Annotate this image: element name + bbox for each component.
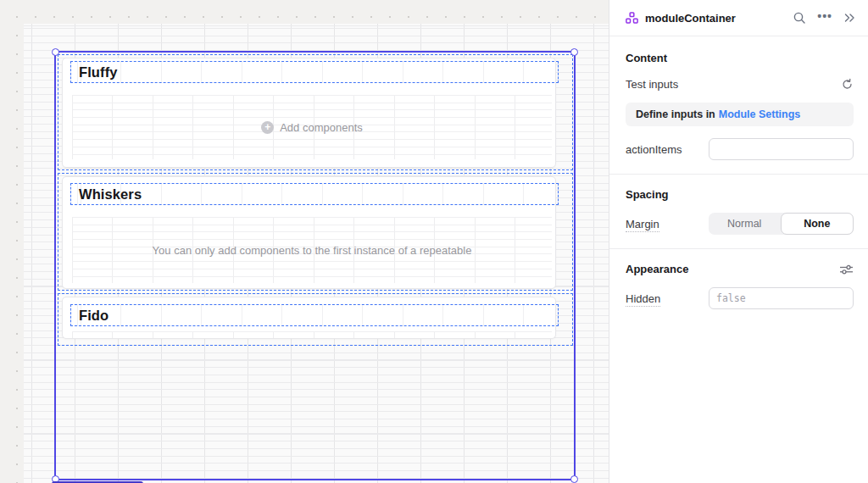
appearance-settings-icon[interactable] xyxy=(839,264,854,275)
collapse-panel-icon[interactable] xyxy=(843,13,855,23)
app-stage: + Add components You can only add compon… xyxy=(0,0,868,483)
module-settings-link[interactable]: Module Settings xyxy=(719,108,801,120)
hidden-label: Hidden xyxy=(626,292,709,305)
add-components-button[interactable]: + Add components xyxy=(261,121,363,134)
section-divider xyxy=(609,174,868,175)
action-items-input[interactable] xyxy=(709,138,854,160)
hidden-input[interactable] xyxy=(709,287,854,309)
action-items-row: actionItems xyxy=(626,138,854,160)
inspector-panel: moduleContainer ••• Content Test inputs xyxy=(609,0,868,483)
define-inputs-text: Define inputs in xyxy=(636,108,715,120)
instance-1-dropzone[interactable]: + Add components xyxy=(72,95,552,159)
margin-row: Margin Normal None xyxy=(626,213,854,235)
more-options-icon[interactable]: ••• xyxy=(817,10,832,22)
title-text: Fluffy xyxy=(79,64,118,80)
add-components-label: Add components xyxy=(280,121,363,134)
section-heading-spacing: Spacing xyxy=(626,188,854,201)
margin-segmented-control: Normal None xyxy=(709,213,854,235)
module-editor-canvas[interactable]: + Add components You can only add compon… xyxy=(24,24,609,483)
title-text: Fido xyxy=(79,308,108,324)
title-component-fido[interactable]: Fido xyxy=(70,304,559,326)
plus-circle-icon: + xyxy=(261,121,274,134)
instance-2-dropzone: You can only add components to the first… xyxy=(72,217,552,283)
section-heading-content: Content xyxy=(626,52,854,64)
margin-label: Margin xyxy=(626,218,709,230)
hidden-row: Hidden xyxy=(626,287,854,309)
resize-handle-bottom-right[interactable] xyxy=(570,475,578,483)
margin-option-normal[interactable]: Normal xyxy=(709,213,781,235)
repeatable-info-message: You can only add components to the first… xyxy=(153,244,472,257)
title-component-whiskers[interactable]: Whiskers xyxy=(70,183,559,205)
inspector-header: moduleContainer ••• xyxy=(609,0,868,36)
inspector-title: moduleContainer xyxy=(645,12,736,25)
define-inputs-infobox: Define inputs in Module Settings xyxy=(626,103,854,126)
search-icon[interactable] xyxy=(793,11,806,25)
test-inputs-label: Test inputs xyxy=(626,78,678,91)
action-items-label: actionItems xyxy=(626,143,709,156)
reset-test-inputs-icon[interactable] xyxy=(841,78,854,91)
section-divider xyxy=(609,248,868,249)
title-text: Whiskers xyxy=(79,186,142,203)
section-heading-appearance: Appearance xyxy=(626,263,688,275)
title-component-fluffy[interactable]: Fluffy xyxy=(70,61,559,83)
margin-option-none[interactable]: None xyxy=(781,213,854,235)
module-icon xyxy=(626,12,638,24)
instance-3-dropzone xyxy=(72,331,552,338)
